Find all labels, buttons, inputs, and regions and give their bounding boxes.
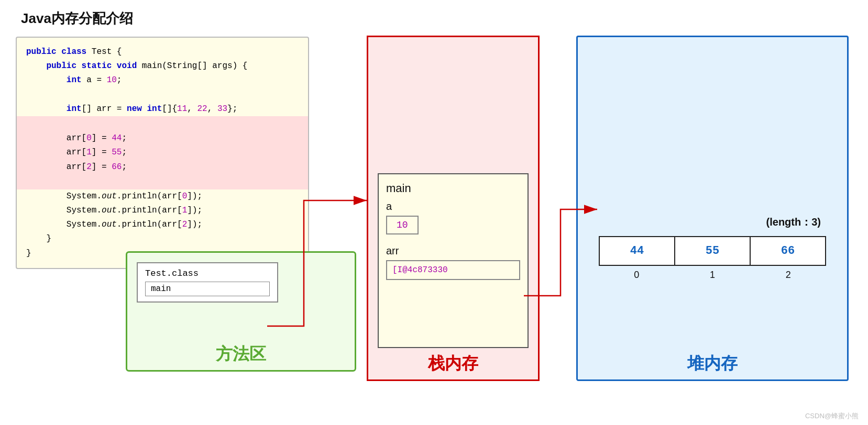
frame-title: main — [386, 182, 520, 195]
watermark: CSDN@蜂蜜小熊 — [805, 411, 859, 421]
code-line-1: public class Test { — [26, 45, 299, 59]
array-cell-2: 66 — [751, 237, 825, 265]
array-index-2: 2 — [750, 267, 826, 281]
method-area-label: 方法区 — [216, 343, 266, 366]
stack-label: 栈内存 — [428, 352, 478, 375]
code-line-14: } — [26, 232, 299, 246]
code-line-11: System.out.println(arr[0]); — [26, 189, 299, 204]
var-arr-label: arr — [386, 245, 520, 257]
array-index-1: 1 — [675, 267, 751, 281]
code-block: public class Test { public static void m… — [16, 37, 309, 269]
array-length-label: (length：3) — [766, 215, 821, 229]
code-line-13: System.out.println(arr[2]); — [26, 218, 299, 232]
main-method-box: main — [145, 282, 270, 296]
heap-label: 堆内存 — [687, 352, 738, 375]
main-frame: main a 10 arr [I@4c873330 — [378, 173, 529, 348]
code-line-9: arr[2] = 66; — [26, 160, 299, 174]
val-arr-box: [I@4c873330 — [386, 260, 520, 280]
code-line-8: arr[1] = 55; — [26, 146, 299, 160]
code-line-2: public static void main(String[] args) { — [26, 59, 299, 73]
method-area: Test.class main 方法区 — [126, 251, 356, 372]
code-line-6 — [26, 117, 299, 131]
code-line-10 — [26, 174, 299, 188]
heap-area: (length：3) 44 55 66 0 1 2 堆内存 — [576, 36, 849, 381]
main-method-label: main — [151, 284, 171, 294]
array-cell-1: 55 — [675, 237, 751, 265]
stack-area: main a 10 arr [I@4c873330 栈内存 — [367, 36, 540, 381]
code-line-3: int a = 10; — [26, 73, 299, 87]
array-index-0: 0 — [599, 267, 675, 281]
array-container: 44 55 66 — [599, 236, 826, 266]
page-title: Java内存分配介绍 — [21, 9, 133, 28]
val-a-box: 10 — [386, 216, 419, 234]
array-cell-0: 44 — [600, 237, 675, 265]
code-line-12: System.out.println(arr[1]); — [26, 204, 299, 218]
var-a-label: a — [386, 200, 520, 213]
code-line-5: int[] arr = new int[]{11, 22, 33}; — [26, 102, 299, 116]
code-line-4 — [26, 88, 299, 102]
test-class-box: Test.class main — [137, 262, 278, 303]
array-indices: 0 1 2 — [599, 267, 826, 281]
highlight-block: arr[0] = 44; arr[1] = 55; arr[2] = 66; — [17, 116, 308, 189]
test-class-label: Test.class — [145, 269, 270, 278]
code-line-7: arr[0] = 44; — [26, 131, 299, 146]
